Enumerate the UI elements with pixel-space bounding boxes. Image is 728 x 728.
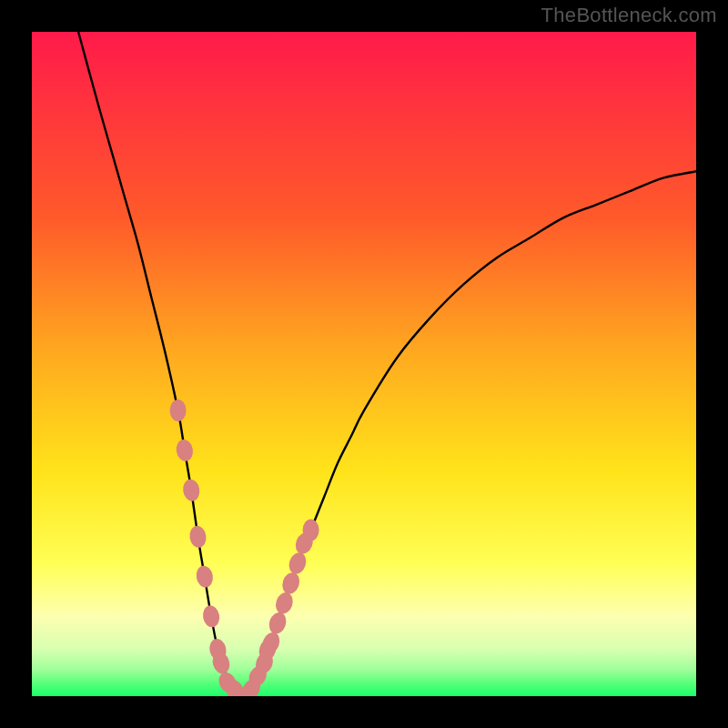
plot-area	[32, 32, 696, 696]
chart-svg	[32, 32, 696, 696]
watermark-text: TheBottleneck.com	[541, 4, 717, 27]
chart-stage: TheBottleneck.com	[0, 0, 728, 728]
marker-dot	[303, 520, 319, 541]
gradient-background	[32, 32, 696, 696]
marker-dot	[170, 399, 187, 421]
